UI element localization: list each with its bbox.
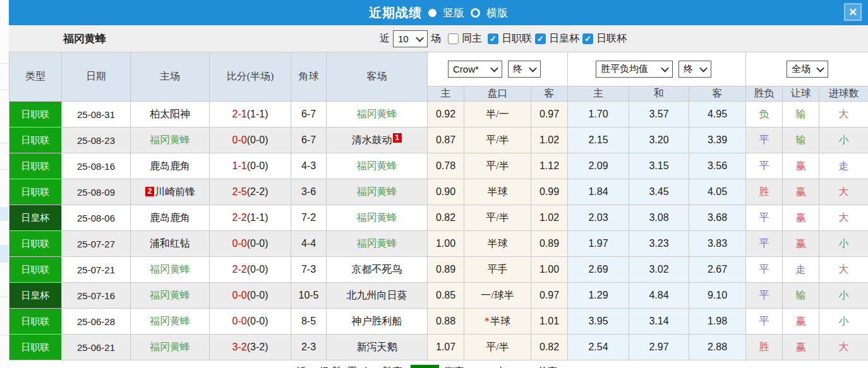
- away-team-cell: 北九州向日葵: [327, 283, 428, 309]
- match-row: 日职联25-08-23福冈黄蜂0-0(0-0)6-7清水鼓动10.87平/半1.…: [9, 128, 868, 153]
- result-handicap: 赢: [783, 335, 819, 360]
- away-team-cell: 神户胜利船: [327, 309, 428, 335]
- away-team-cell: 福冈黄蜂: [327, 231, 428, 257]
- page-behind-strip: [0, 0, 9, 368]
- scope-controls: 全场: [746, 52, 868, 86]
- asian-odds-company-select[interactable]: Crow*: [448, 61, 502, 78]
- result-goals: 小: [819, 283, 868, 309]
- away-team-cell: 福冈黄蜂: [327, 102, 428, 128]
- team-name: 福冈黄蜂: [357, 238, 397, 249]
- big-label: 大:: [496, 365, 509, 368]
- score-cell: 2-2(1-1): [210, 205, 291, 231]
- horizontal-layout-label[interactable]: 横版: [486, 6, 508, 20]
- date-cell: 25-08-31: [62, 102, 131, 128]
- summary-record: 场,胜2平7负1, 胜率:: [319, 365, 405, 368]
- euro-away-odds: 1.98: [689, 309, 746, 335]
- euro-home-odds: 3.95: [568, 309, 629, 335]
- away-team-cell: 清水鼓动1: [327, 128, 428, 153]
- sub-header-goals: 进球数: [819, 86, 868, 102]
- recent-results-popup: 近期战绩 竖版 横版 ✕ 福冈黄蜂 近 10 场 同主 ✓ 日职联 ✓: [0, 0, 868, 368]
- score-cell: 2-1(1-1): [210, 102, 291, 128]
- euro-draw-odds: 3.23: [629, 231, 689, 257]
- league-badge: 日职联: [9, 335, 62, 360]
- recent-count-select[interactable]: 10: [393, 30, 428, 47]
- home-team-cell: 2川崎前锋: [131, 179, 210, 205]
- horizontal-layout-radio[interactable]: [471, 8, 480, 18]
- league-filter-label-jleague[interactable]: 日职联: [502, 32, 532, 45]
- league-filter-checkbox-league-cup[interactable]: ✓: [582, 33, 593, 44]
- asian-home-odds: 0.88: [428, 309, 464, 335]
- result-wdl: 平: [746, 283, 783, 309]
- close-button[interactable]: ✕: [844, 3, 862, 21]
- team-name-title: 福冈黄蜂: [63, 32, 106, 46]
- euro-away-odds: 2.88: [689, 335, 746, 360]
- asian-away-odds: 1.12: [531, 153, 568, 179]
- result-goals: 大: [819, 335, 868, 360]
- euro-away-odds: 2.67: [689, 257, 746, 283]
- corners-cell: 6-7: [291, 128, 327, 153]
- same-home-label[interactable]: 同主: [462, 32, 482, 45]
- handicap-win-label: 赢率:: [444, 365, 467, 368]
- sub-header-asian-away: 客: [531, 86, 568, 102]
- sub-header-asian-home: 主: [428, 86, 464, 102]
- team-name: 北九州向日葵: [347, 290, 407, 300]
- asian-handicap: 平/半: [464, 153, 531, 179]
- away-team-cell: 京都不死鸟: [327, 257, 428, 283]
- result-handicap: 赢: [783, 309, 819, 335]
- team-name: 鹿岛鹿角: [150, 160, 190, 171]
- corners-cell: 6-7: [291, 102, 327, 128]
- home-team-cell: 福冈黄蜂: [131, 283, 210, 309]
- asian-home-odds: 0.78: [428, 153, 464, 179]
- asian-home-odds: 0.89: [428, 257, 464, 283]
- chevron-down-icon: [416, 33, 424, 42]
- red-card-badge: 2: [145, 187, 154, 196]
- sub-header-euro-draw: 和: [629, 86, 689, 102]
- asian-away-odds: 1.02: [531, 128, 568, 153]
- vertical-layout-radio[interactable]: [428, 9, 437, 17]
- euro-odds-company-select[interactable]: 胜平负均值: [596, 61, 673, 78]
- match-row: 日皇杯25-07-16福冈黄蜂0-0(0-0)10-5北九州向日葵0.85一/球…: [9, 283, 868, 309]
- league-filter-label-league-cup[interactable]: 日联杯: [596, 32, 627, 45]
- recent-suffix-label: 场: [431, 32, 441, 45]
- col-header-corners: 角球: [291, 52, 327, 102]
- euro-away-odds: 4.05: [689, 179, 746, 205]
- scope-select[interactable]: 全场: [787, 61, 828, 78]
- match-row: 日职联25-06-21福冈黄蜂3-2(3-2)2-3新泻天鹅1.07平/半0.8…: [9, 335, 868, 360]
- asian-odds-time-select[interactable]: 终: [508, 61, 541, 78]
- score-cell: 0-0(0-0): [210, 128, 291, 153]
- euro-odds-time-select[interactable]: 终: [678, 61, 711, 78]
- euro-draw-odds: 3.45: [629, 179, 689, 205]
- euro-home-odds: 2.69: [568, 257, 629, 283]
- corners-cell: 7-3: [291, 257, 327, 283]
- same-home-checkbox[interactable]: [448, 33, 459, 44]
- vertical-layout-label[interactable]: 竖版: [443, 6, 464, 20]
- result-wdl: 负: [746, 102, 783, 128]
- match-row: 日职联25-08-092川崎前锋2-5(2-2)3-6福冈黄蜂0.90半球0.9…: [9, 179, 868, 205]
- result-goals: 小: [819, 309, 868, 335]
- corners-cell: 4-3: [291, 153, 327, 179]
- euro-home-odds: 1.70: [568, 102, 629, 128]
- euro-home-odds: 1.97: [568, 231, 629, 257]
- sub-header-handicap: 盘口: [464, 86, 531, 102]
- league-filter-checkbox-emperor-cup[interactable]: ✓: [535, 33, 546, 44]
- euro-home-odds: 2.09: [568, 153, 629, 179]
- team-name: 新泻天鹅: [357, 341, 397, 352]
- league-filter-checkbox-jleague[interactable]: ✓: [488, 33, 498, 44]
- euro-draw-odds: 3.08: [629, 205, 689, 231]
- team-name: 神户胜利船: [352, 316, 402, 326]
- result-goals: 小: [819, 231, 868, 257]
- filter-controls: 近 10 场 同主 ✓ 日职联 ✓ 日皇杯 ✓ 日联杯: [380, 30, 627, 47]
- asian-handicap: 平/半: [464, 335, 531, 360]
- team-name: 福冈黄蜂: [357, 186, 397, 197]
- corners-cell: 10-5: [291, 283, 327, 309]
- result-handicap: 输: [783, 102, 819, 128]
- col-header-away: 客场: [327, 52, 428, 102]
- asian-handicap: 半/一: [464, 102, 531, 128]
- euro-draw-odds: 4.84: [629, 283, 689, 309]
- result-goals: 大: [819, 257, 868, 283]
- league-filter-label-emperor-cup[interactable]: 日皇杯: [549, 32, 579, 45]
- result-handicap: 输: [783, 128, 819, 153]
- single-label: 单率:: [538, 365, 560, 368]
- summary-footer: 近10场,胜2平7负1, 胜率: 20% 赢率:60% 大:50% 单率:30%: [9, 360, 868, 368]
- result-handicap: 赢: [783, 179, 819, 205]
